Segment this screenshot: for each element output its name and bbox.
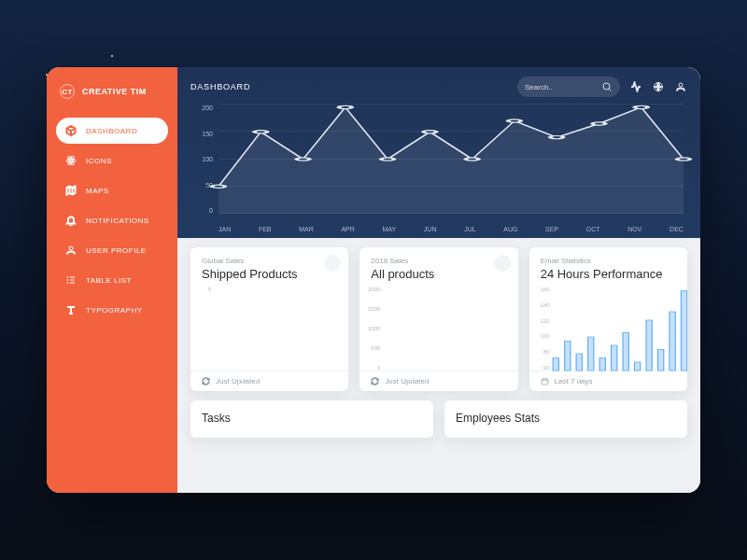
svg-point-5: [67, 277, 68, 278]
sidebar-item-label: MAPS: [86, 187, 109, 195]
sidebar-nav: DASHBOARDICONSMAPSNOTIFICATIONSUSER PROF…: [56, 118, 168, 323]
card-body: Tasks: [190, 400, 433, 430]
x-tick: NOV: [627, 226, 641, 232]
cards-row: Global SalesShipped Products0Just Update…: [177, 238, 700, 400]
card-chart: 2000150010005000: [359, 287, 517, 371]
card-footer-text: Last 7 days: [555, 377, 593, 385]
search-box[interactable]: [517, 77, 620, 97]
x-tick: DEC: [669, 226, 684, 232]
sidebar-item-label: DASHBOARD: [86, 127, 137, 135]
svg-rect-53: [576, 354, 582, 371]
card-allproducts: 2018 SalesAll products2000150010005000Ju…: [359, 247, 517, 391]
card-footer-text: Just Updated: [216, 377, 260, 385]
brand: CT CREATIVE TIM: [56, 80, 168, 112]
card-kicker: Email Statistics: [541, 257, 676, 265]
user-icon: [65, 245, 77, 256]
card-kicker: 2018 Sales: [371, 257, 506, 265]
svg-point-4: [69, 246, 73, 250]
svg-rect-54: [587, 337, 593, 371]
card-title: All products: [371, 267, 506, 281]
gear-icon[interactable]: [494, 255, 511, 272]
brand-badge: CT: [60, 84, 75, 99]
card-footer: Just Updated: [359, 371, 517, 391]
card-email: Email Statistics24 Hours Performance1601…: [529, 247, 687, 391]
svg-point-22: [508, 119, 521, 122]
sidebar-item-maps[interactable]: MAPS: [56, 177, 168, 203]
sidebar-item-user-profile[interactable]: USER PROFILE: [56, 237, 168, 263]
svg-rect-58: [634, 362, 640, 371]
x-tick: AUG: [503, 226, 517, 232]
card-footer: Just Updated: [190, 371, 348, 391]
svg-point-6: [67, 280, 68, 281]
sidebar-item-notifications[interactable]: NOTIFICATIONS: [56, 207, 168, 233]
card-title: Employees Stats: [456, 412, 676, 425]
type-icon: [65, 304, 77, 315]
svg-point-25: [635, 105, 648, 108]
card-title: Tasks: [202, 412, 422, 425]
sidebar: CT CREATIVE TIM DASHBOARDICONSMAPSNOTIFI…: [47, 67, 177, 493]
card-kicker: Global Sales: [202, 257, 337, 265]
map-icon: [65, 185, 77, 196]
gear-icon[interactable]: [324, 255, 341, 272]
atom-icon: [65, 155, 77, 166]
card-employees-stats: Employees Stats: [444, 400, 687, 438]
globe-icon[interactable]: [652, 80, 665, 93]
svg-rect-62: [681, 291, 686, 371]
sidebar-item-icons[interactable]: ICONS: [56, 147, 168, 174]
card-footer-text: Just Updated: [385, 377, 429, 385]
svg-point-7: [67, 283, 68, 284]
x-tick: JAN: [218, 226, 231, 232]
card-chart: 1601401201008060: [529, 287, 687, 371]
card-body: Email Statistics24 Hours Performance: [529, 247, 687, 287]
svg-rect-52: [564, 342, 570, 371]
svg-rect-59: [646, 320, 652, 371]
activity-icon[interactable]: [629, 80, 642, 93]
sidebar-item-table-list[interactable]: TABLE LIST: [56, 267, 168, 293]
user-icon[interactable]: [674, 80, 687, 93]
y-tick: 100: [190, 156, 213, 162]
svg-rect-60: [657, 350, 663, 371]
card-body: Employees Stats: [444, 400, 687, 430]
app-window: CT CREATIVE TIM DASHBOARDICONSMAPSNOTIFI…: [47, 67, 700, 493]
y-tick: 200: [190, 105, 213, 111]
sidebar-item-typography[interactable]: TYPOGRAPHY: [56, 297, 168, 323]
cards-row-lower: TasksEmployees Stats: [177, 400, 700, 447]
x-tick: JUN: [424, 226, 437, 232]
brand-name: CREATIVE TIM: [82, 87, 147, 96]
y-tick: 50: [190, 182, 213, 189]
x-tick: SEP: [545, 226, 558, 232]
svg-point-24: [592, 122, 605, 125]
main: DASHBOARD 2001501: [177, 67, 700, 493]
cube-icon: [65, 125, 77, 136]
search-input[interactable]: [525, 83, 601, 91]
svg-point-18: [339, 105, 352, 108]
sidebar-item-label: TYPOGRAPHY: [86, 306, 143, 315]
x-tick: APR: [341, 226, 354, 232]
x-tick: MAY: [383, 226, 397, 232]
x-tick: JUL: [464, 226, 475, 232]
svg-rect-61: [669, 312, 675, 371]
sidebar-item-label: USER PROFILE: [86, 246, 147, 255]
svg-rect-51: [553, 358, 558, 371]
card-body: Global SalesShipped Products: [190, 247, 348, 287]
bell-icon: [65, 215, 77, 226]
svg-rect-55: [599, 358, 605, 371]
sidebar-item-dashboard[interactable]: DASHBOARD: [56, 118, 168, 144]
svg-rect-56: [611, 345, 616, 371]
x-tick: FEB: [259, 226, 272, 232]
svg-point-11: [603, 83, 610, 90]
card-tasks: Tasks: [190, 400, 433, 438]
svg-point-23: [550, 135, 563, 138]
card-body: 2018 SalesAll products: [359, 247, 517, 287]
search-icon[interactable]: [601, 80, 613, 93]
hero-chart: 200150100500 JANFEBMARAPRMAYJUNJULAUGSEP…: [190, 99, 687, 234]
x-tick: MAR: [299, 226, 314, 232]
sidebar-item-label: NOTIFICATIONS: [86, 217, 149, 225]
x-tick: OCT: [586, 226, 600, 232]
card-footer: Last 7 days: [529, 371, 687, 391]
svg-rect-57: [623, 333, 628, 371]
y-tick: 0: [190, 207, 213, 214]
y-tick: 150: [190, 131, 213, 137]
sidebar-item-label: ICONS: [86, 157, 112, 165]
topbar: DASHBOARD: [190, 77, 687, 97]
